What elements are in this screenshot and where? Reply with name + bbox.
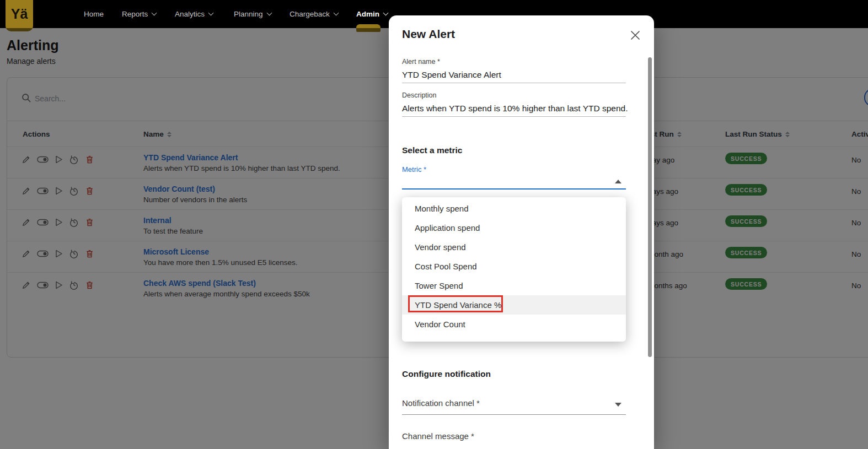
menu-option-application-spend[interactable]: Application spend bbox=[402, 218, 626, 237]
caret-up-icon bbox=[615, 180, 621, 183]
nav-item-analytics[interactable]: Analytics bbox=[175, 0, 213, 28]
modal-scrollbar-thumb[interactable] bbox=[648, 57, 652, 357]
menu-option-vendor-count[interactable]: Vendor Count bbox=[402, 315, 626, 334]
metric-focus-underline bbox=[402, 188, 626, 190]
nav-item-home[interactable]: Home bbox=[84, 0, 104, 28]
new-alert-modal: New Alert Alert name * YTD Spend Varianc… bbox=[389, 15, 654, 449]
caret-down-icon bbox=[615, 403, 621, 407]
modal-title: New Alert bbox=[402, 28, 455, 41]
input-underline bbox=[402, 116, 626, 117]
menu-option-monthly-spend[interactable]: Monthly spend bbox=[402, 199, 626, 218]
description-input[interactable]: Alerts when YTD spend is 10% higher than… bbox=[402, 104, 628, 113]
menu-option-tower-spend[interactable]: Tower Spend bbox=[402, 276, 626, 295]
metric-section-heading: Select a metric bbox=[402, 145, 462, 155]
chevron-down-icon bbox=[333, 10, 339, 16]
input-underline bbox=[402, 83, 626, 83]
menu-option-vendor-spend[interactable]: Vendor spend bbox=[402, 237, 626, 257]
nav-item-planning[interactable]: Planning bbox=[234, 0, 271, 28]
chevron-down-icon bbox=[208, 10, 214, 16]
menu-option-ytd-spend-variance[interactable]: YTD Spend Variance % bbox=[402, 295, 626, 315]
chevron-down-icon bbox=[266, 10, 272, 16]
app-viewport: Alerting Manage alerts Actions Name bbox=[0, 0, 868, 449]
metric-select-input[interactable] bbox=[402, 176, 626, 188]
close-icon[interactable] bbox=[629, 29, 641, 41]
chevron-down-icon bbox=[383, 10, 389, 16]
metric-field-label: Metric * bbox=[402, 165, 426, 174]
nav-item-chargeback[interactable]: Chargeback bbox=[290, 0, 338, 28]
notification-section-heading: Configure notification bbox=[402, 369, 491, 379]
nav-item-reports[interactable]: Reports bbox=[122, 0, 156, 28]
chevron-down-icon bbox=[152, 10, 157, 16]
menu-option-cost-pool-spend[interactable]: Cost Pool Spend bbox=[402, 257, 626, 276]
input-underline bbox=[402, 414, 626, 415]
description-label: Description bbox=[402, 91, 437, 99]
metric-dropdown-menu: Monthly spend Application spend Vendor s… bbox=[402, 197, 626, 342]
brand-logo[interactable]: Yä bbox=[6, 0, 33, 31]
notification-channel-select[interactable]: Notification channel * bbox=[402, 398, 480, 408]
channel-message-label: Channel message * bbox=[402, 431, 474, 441]
alert-name-input[interactable]: YTD Spend Variance Alert bbox=[402, 70, 501, 80]
alert-name-label: Alert name * bbox=[402, 58, 440, 66]
